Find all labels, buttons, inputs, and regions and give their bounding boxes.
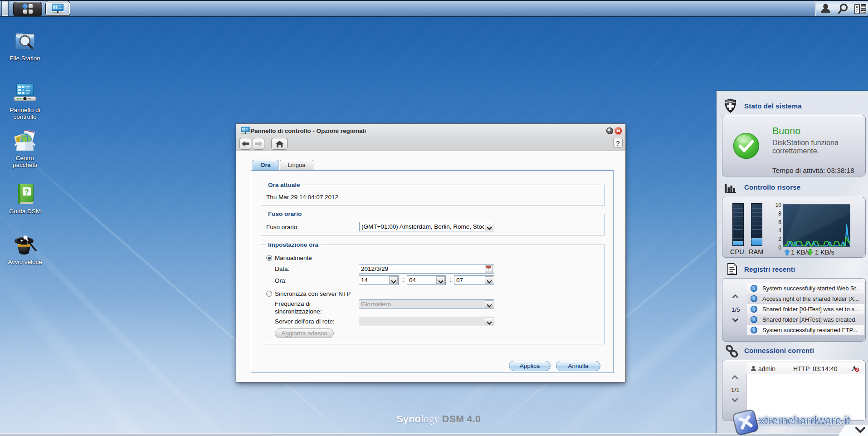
svg-text:?: ? — [24, 188, 29, 196]
